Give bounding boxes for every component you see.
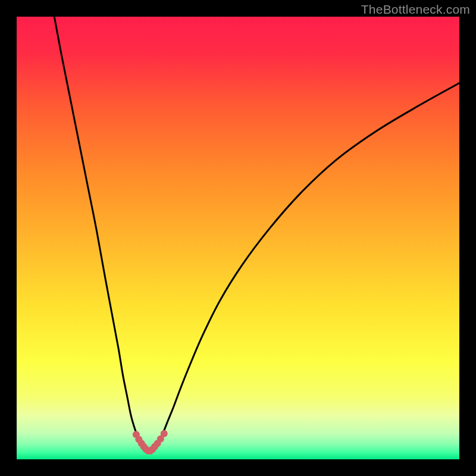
chart-frame xyxy=(17,17,459,459)
watermark-text: TheBottleneck.com xyxy=(361,2,470,17)
chart-background-gradient xyxy=(17,17,459,459)
valley-marker-dot xyxy=(161,430,168,437)
bottleneck-chart xyxy=(17,17,459,459)
